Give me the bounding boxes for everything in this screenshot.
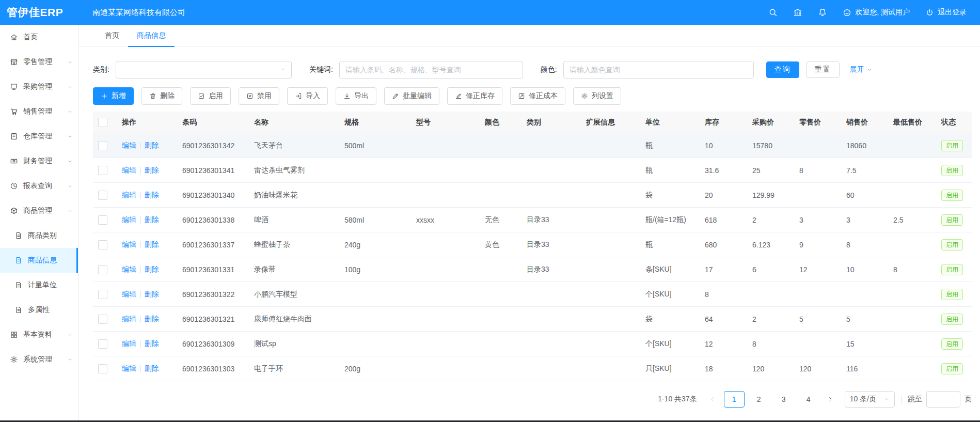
row-checkbox[interactable] <box>98 290 107 299</box>
page-button-4[interactable]: 4 <box>798 391 819 408</box>
add-button[interactable]: 新增 <box>93 87 134 105</box>
tab-product-info[interactable]: 商品信息 <box>128 25 175 46</box>
row-checkbox[interactable] <box>98 215 107 225</box>
fix-cost-button[interactable]: 修正成本 <box>510 87 565 105</box>
doc-icon <box>14 281 23 289</box>
page-button-2[interactable]: 2 <box>749 391 769 408</box>
edit-link[interactable]: 编辑 <box>122 290 136 298</box>
doc-icon <box>14 306 23 314</box>
delete-link[interactable]: 删除 <box>145 315 159 323</box>
edit-link[interactable]: 编辑 <box>122 166 136 174</box>
row-checkbox[interactable] <box>98 191 107 200</box>
prev-page-button[interactable] <box>705 392 720 407</box>
cell-spec: 500ml <box>339 133 411 158</box>
button-label: 删除 <box>160 91 175 101</box>
table-row[interactable]: 编辑|删除6901236301303电子手环200g只[SKU]18120120… <box>93 356 972 381</box>
delete-link[interactable]: 删除 <box>145 191 159 199</box>
reset-button[interactable]: 重置 <box>807 61 840 78</box>
sidebar-item-multi-attribute[interactable]: 多属性 <box>0 298 78 322</box>
cell-sale_price: 8 <box>841 232 888 257</box>
delete-link[interactable]: 删除 <box>145 240 159 248</box>
delete-link[interactable]: 删除 <box>145 141 159 149</box>
cell-purchase_price: 8 <box>747 332 794 356</box>
select-all-checkbox[interactable] <box>98 118 107 127</box>
bank-icon[interactable] <box>793 8 802 17</box>
tab-home[interactable]: 首页 <box>96 25 128 46</box>
keyword-input[interactable] <box>339 61 523 79</box>
column-settings-button[interactable]: 列设置 <box>573 87 621 105</box>
cell-retail_price: 3 <box>794 208 841 232</box>
op-separator: | <box>139 215 141 224</box>
row-checkbox[interactable] <box>98 141 107 150</box>
sidebar-item-report[interactable]: 报表查询 <box>0 174 78 198</box>
category-select[interactable] <box>116 61 292 79</box>
edit-link[interactable]: 编辑 <box>122 364 136 372</box>
expand-link[interactable]: 展开 <box>850 65 873 74</box>
edit-link[interactable]: 编辑 <box>122 265 136 273</box>
user-welcome[interactable]: 欢迎您, 测试用户 <box>843 8 910 17</box>
edit-link[interactable]: 编辑 <box>122 240 136 248</box>
delete-link[interactable]: 删除 <box>145 215 159 224</box>
import-button[interactable]: 导入 <box>287 87 328 105</box>
table-row[interactable]: 编辑|删除6901236301331录像带100g目录33条[SKU]17612… <box>93 257 972 282</box>
column-header-purchase_price: 采购价 <box>747 112 794 133</box>
color-input[interactable] <box>563 61 754 79</box>
cell-purchase_price: 2 <box>747 307 794 332</box>
row-checkbox[interactable] <box>98 240 107 249</box>
delete-link[interactable]: 删除 <box>145 166 159 174</box>
cell-name: 飞天茅台 <box>249 133 339 158</box>
edit-link[interactable]: 编辑 <box>122 141 136 149</box>
bell-icon[interactable] <box>818 8 827 17</box>
batch-edit-button[interactable]: 批量编辑 <box>384 87 439 105</box>
sidebar-item-purchase[interactable]: 采购管理 <box>0 74 78 99</box>
sidebar-item-basic-data[interactable]: 基本资料 <box>0 322 78 347</box>
sidebar-item-warehouse[interactable]: 仓库管理 <box>0 124 78 149</box>
edit-link[interactable]: 编辑 <box>122 339 136 348</box>
edit-link[interactable]: 编辑 <box>122 215 136 224</box>
delete-link[interactable]: 删除 <box>145 339 159 348</box>
jump-page-input[interactable] <box>926 391 960 408</box>
next-page-button[interactable] <box>823 392 837 407</box>
page-button-3[interactable]: 3 <box>773 391 794 408</box>
sidebar-item-retail[interactable]: 零售管理 <box>0 50 78 74</box>
table-row[interactable]: 编辑|删除6901236301338啤酒580mlxxsxx无色目录33瓶/(箱… <box>93 208 972 232</box>
row-checkbox[interactable] <box>98 364 107 373</box>
import-icon <box>295 92 302 100</box>
table-row[interactable]: 编辑|删除6901236301337蜂蜜柚子茶240g黄色目录33瓶6806.1… <box>93 232 972 257</box>
delete-link[interactable]: 删除 <box>145 290 159 298</box>
row-checkbox[interactable] <box>98 339 107 349</box>
sidebar-item-measure-unit[interactable]: 计量单位 <box>0 273 78 298</box>
export-button[interactable]: 导出 <box>336 87 376 105</box>
search-icon[interactable] <box>768 8 778 17</box>
page-size-select[interactable]: 10 条/页 <box>845 391 895 408</box>
table-row[interactable]: 编辑|删除6901236301341雷达杀虫气雾剂瓶31.62587.5启用 <box>93 158 972 183</box>
table-row[interactable]: 编辑|删除6901236301342飞天茅台500ml瓶101578018060… <box>93 133 972 158</box>
edit-link[interactable]: 编辑 <box>122 315 136 323</box>
delete-button[interactable]: 删除 <box>141 87 182 105</box>
table-row[interactable]: 编辑|删除6901236301309测试sp个[SKU]12815启用 <box>93 332 972 356</box>
sidebar-item-product-info[interactable]: 商品信息 <box>0 248 78 273</box>
sidebar-item-home[interactable]: 首页 <box>0 25 78 50</box>
table-row[interactable]: 编辑|删除6901236301322小鹏汽车模型个[SKU]8启用 <box>93 282 972 307</box>
row-checkbox[interactable] <box>98 265 107 274</box>
sidebar-item-product[interactable]: 商品管理 <box>0 198 78 223</box>
table-row[interactable]: 编辑|删除6901236301340奶油味爆米花袋20129.9960启用 <box>93 183 972 208</box>
sidebar-item-finance[interactable]: 财务管理 <box>0 149 78 174</box>
edit-link[interactable]: 编辑 <box>122 191 136 199</box>
op-separator: | <box>139 240 141 248</box>
logout-button[interactable]: 退出登录 <box>925 8 967 17</box>
fix-stock-button[interactable]: 修正库存 <box>447 87 502 105</box>
disable-button[interactable]: 禁用 <box>239 87 279 105</box>
table-row[interactable]: 编辑|删除6901236301321康师傅红烧牛肉面袋64255启用 <box>93 307 972 332</box>
sidebar-item-system[interactable]: 系统管理 <box>0 347 78 372</box>
row-checkbox[interactable] <box>98 315 107 324</box>
sidebar-item-sales[interactable]: 销售管理 <box>0 99 78 124</box>
cell-category <box>521 282 581 307</box>
row-checkbox[interactable] <box>98 166 107 175</box>
delete-link[interactable]: 删除 <box>145 364 159 372</box>
enable-button[interactable]: 启用 <box>190 87 231 105</box>
page-button-1[interactable]: 1 <box>724 391 745 408</box>
delete-link[interactable]: 删除 <box>145 265 159 273</box>
sidebar-item-product-category[interactable]: 商品类别 <box>0 223 78 248</box>
search-button[interactable]: 查询 <box>766 61 799 78</box>
